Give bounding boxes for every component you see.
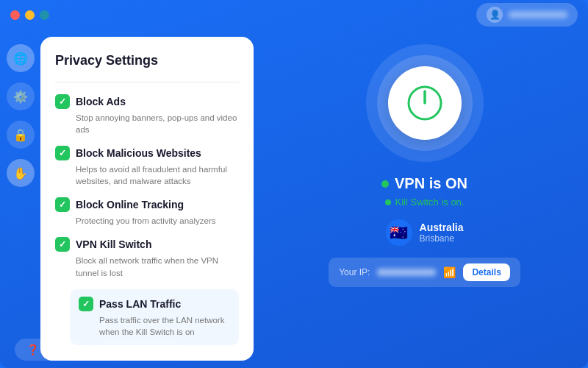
close-button[interactable] [10,10,20,20]
details-button[interactable]: Details [463,263,509,281]
sidebar-lock-icon[interactable]: 🔒 [7,121,35,149]
power-ring-outer [366,44,484,162]
report-bug-label: Report Bug [122,344,171,355]
checkbox-block-tracking[interactable] [55,197,70,212]
setting-title-block-ads: Block Ads [76,96,126,107]
bug-icon: ⚙ [108,344,118,355]
setting-title-block-malicious: Block Malicious Websites [76,147,201,159]
vpn-status-dot [381,180,389,188]
ip-label: Your IP: [339,267,370,277]
checkbox-block-ads[interactable] [55,94,70,109]
setting-header-kill-switch: VPN Kill Switch [55,237,239,252]
setting-block-tracking: Block Online Tracking Protecting you fro… [55,197,239,227]
vpn-status-text: VPN is ON [395,175,467,192]
bottom-bar: ❓ Support ⚙ Report Bug [0,331,588,368]
setting-header-block-malicious: Block Malicious Websites [55,146,239,160]
ip-value [377,269,436,276]
settings-panel: Privacy Settings Block Ads Stop annoying… [40,37,254,361]
support-icon: ❓ [26,344,39,355]
setting-desc-block-ads: Stop annoying banners, pop-ups and video… [76,112,239,135]
username-display [509,11,567,18]
sidebar-privacy-icon[interactable]: ✋ [7,159,35,187]
setting-block-ads: Block Ads Stop annoying banners, pop-ups… [55,94,239,135]
signal-icon: 📶 [443,266,456,278]
setting-desc-block-tracking: Protecting you from activity analyzers [76,215,239,227]
checkbox-block-malicious[interactable] [55,146,70,160]
server-country: Australia [420,222,464,233]
sidebar: 🌐 ⚙️ 🔒 ✋ [0,29,40,368]
maximize-button[interactable] [40,10,49,20]
setting-header-pass-lan: Pass LAN Traffic [79,297,230,311]
vpn-panel: VPN is ON Kill Switch is on. 🇦🇺 Australi… [261,29,588,368]
ip-bar: Your IP: 📶 Details [329,258,520,287]
server-city: Brisbane [420,233,464,244]
support-label: Support [43,344,77,355]
setting-kill-switch: VPN Kill Switch Block all network traffi… [55,237,239,278]
user-badge[interactable]: 👤 [476,3,578,26]
setting-title-block-tracking: Block Online Tracking [76,199,184,210]
server-info[interactable]: 🇦🇺 Australia Brisbane [386,219,464,246]
checkbox-pass-lan[interactable] [79,297,93,311]
vpn-status-display: VPN is ON [381,175,467,192]
sidebar-settings-icon[interactable]: ⚙️ [7,82,35,110]
setting-title-pass-lan: Pass LAN Traffic [99,298,181,310]
setting-header-block-ads: Block Ads [55,94,239,109]
title-bar: 👤 [0,0,588,29]
power-button[interactable] [388,66,462,140]
setting-desc-kill-switch: Block all network traffic when the VPN t… [76,255,239,278]
kill-switch-dot [385,199,391,205]
window-controls [10,10,49,20]
setting-block-malicious: Block Malicious Websites Helps to avoid … [55,146,239,187]
minimize-button[interactable] [25,10,35,20]
setting-header-block-tracking: Block Online Tracking [55,197,239,212]
power-ring-mid [377,55,473,151]
report-bug-button[interactable]: ⚙ Report Bug [96,339,182,361]
kill-switch-status: Kill Switch is on. [385,197,465,208]
user-avatar-icon: 👤 [487,7,503,23]
sidebar-flag-icon[interactable]: 🌐 [7,44,35,72]
main-layout: 🌐 ⚙️ 🔒 ✋ Privacy Settings Block Ads Stop… [0,29,588,368]
server-text: Australia Brisbane [420,222,464,244]
setting-desc-block-malicious: Helps to avoid all fraudulent and harmfu… [76,163,239,187]
panel-title: Privacy Settings [55,53,239,68]
panel-divider [55,82,239,82]
app-window: 👤 🌐 ⚙️ 🔒 ✋ Privacy Settings Block Ads St… [0,0,588,368]
support-button[interactable]: ❓ Support [15,339,89,361]
checkbox-kill-switch[interactable] [55,237,70,252]
server-flag: 🇦🇺 [386,219,412,246]
kill-switch-text: Kill Switch is on. [395,197,465,208]
setting-title-kill-switch: VPN Kill Switch [76,238,151,250]
